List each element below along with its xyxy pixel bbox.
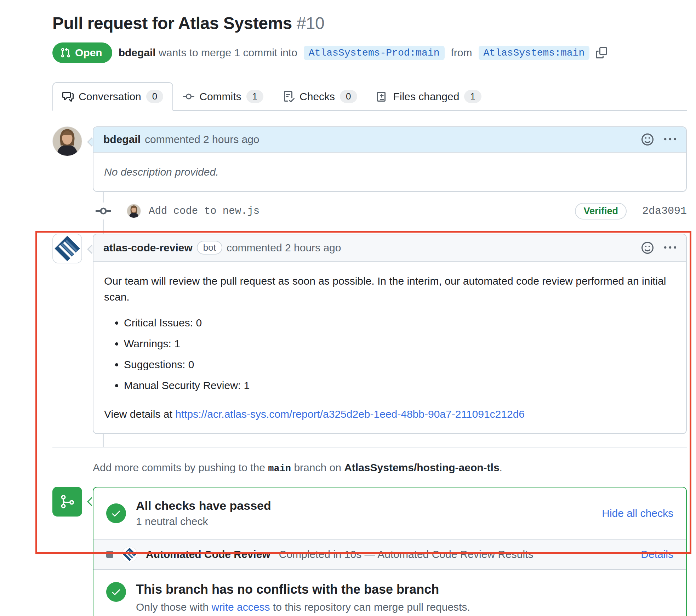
base-branch-label[interactable]: AtlasSystems-Prod:main bbox=[304, 46, 445, 60]
push-note-suffix: . bbox=[500, 462, 502, 473]
check-app-avatar bbox=[122, 547, 137, 562]
check-passed-icon bbox=[106, 503, 126, 523]
tab-commits-count: 1 bbox=[246, 90, 263, 103]
verified-badge[interactable]: Verified bbox=[575, 203, 627, 219]
tab-commits[interactable]: Commits 1 bbox=[173, 82, 273, 111]
push-note-prefix: Add more commits by pushing to the bbox=[93, 462, 268, 473]
bot-comment-intro: Our team will review the pull request as… bbox=[104, 273, 675, 305]
tab-files-changed-label: Files changed bbox=[393, 91, 460, 103]
git-commit-timeline-icon bbox=[92, 203, 115, 219]
git-branch-icon bbox=[58, 493, 76, 511]
comment-discussion-icon bbox=[62, 91, 74, 102]
comment-author-name[interactable]: bdegail bbox=[103, 133, 141, 146]
checklist-icon bbox=[283, 91, 295, 102]
view-details-prefix: View details at bbox=[104, 408, 175, 420]
commit-author-avatar[interactable] bbox=[127, 204, 141, 218]
merge-headline: This branch has no conflicts with the ba… bbox=[136, 582, 470, 597]
view-details-line: View details at https://acr.atlas-sys.co… bbox=[104, 406, 675, 422]
from-text: from bbox=[451, 47, 472, 59]
checks-headline: All checks have passed bbox=[136, 499, 271, 513]
checks-subline: 1 neutral check bbox=[136, 515, 271, 527]
push-note-middle: branch on bbox=[291, 462, 344, 473]
file-diff-icon bbox=[377, 91, 388, 102]
smiley-icon[interactable] bbox=[641, 242, 654, 254]
tab-conversation-count: 0 bbox=[146, 90, 163, 103]
pr-author[interactable]: bdegail bbox=[119, 47, 156, 58]
bot-badge: bot bbox=[197, 241, 222, 255]
author-comment-body: No description provided. bbox=[93, 153, 686, 191]
open-status-badge: Open bbox=[52, 42, 112, 63]
author-comment-header: bdegail commented 2 hours ago bbox=[93, 127, 686, 153]
pr-status-row: Open bdegail wants to merge 1 commit int… bbox=[52, 42, 687, 63]
page-title: Pull request for Atlas Systems #10 bbox=[52, 13, 687, 34]
smiley-icon[interactable] bbox=[641, 133, 654, 146]
kebab-menu-icon[interactable] bbox=[664, 133, 676, 146]
scan-result-item: Critical Issues: 0 bbox=[124, 315, 675, 331]
report-url-link[interactable]: https://acr.atlas-sys.com/report/a325d2e… bbox=[175, 408, 525, 420]
commit-row: Add code to new.js Verified 2da3091 bbox=[52, 203, 687, 219]
checks-summary: All checks have passed 1 neutral check H… bbox=[93, 487, 686, 539]
scan-result-item: Warnings: 1 bbox=[124, 336, 675, 352]
scan-result-item: Manual Security Review: 1 bbox=[124, 377, 675, 393]
comment-meta: commented 2 hours ago bbox=[145, 133, 259, 146]
tab-files-changed-count: 1 bbox=[464, 90, 481, 103]
bot-author-name[interactable]: atlas-code-review bbox=[103, 242, 193, 254]
merge-ready-text: This branch has no conflicts with the ba… bbox=[136, 582, 470, 613]
push-note: Add more commits by pushing to the main … bbox=[93, 462, 687, 474]
author-comment: bdegail commented 2 hours ago No descrip… bbox=[52, 126, 687, 192]
scan-results-list: Critical Issues: 0 Warnings: 1 Suggestio… bbox=[124, 315, 675, 393]
merge-status-icon-box bbox=[52, 487, 82, 517]
tab-checks[interactable]: Checks 0 bbox=[273, 82, 367, 111]
push-note-repo: AtlasSystems/hosting-aeon-tls bbox=[344, 462, 499, 473]
copy-icon bbox=[596, 47, 607, 58]
commit-sha[interactable]: 2da3091 bbox=[642, 205, 687, 217]
tab-checks-label: Checks bbox=[299, 91, 335, 103]
avatar-bdegail[interactable] bbox=[52, 126, 82, 156]
comment-header-actions bbox=[641, 133, 676, 146]
bot-comment-box: atlas-code-review bot commented 2 hours … bbox=[93, 234, 687, 434]
checks-panel: All checks have passed 1 neutral check H… bbox=[93, 487, 687, 616]
avatar-atlas-code-review[interactable] bbox=[52, 234, 82, 263]
bot-comment: atlas-code-review bot commented 2 hours … bbox=[52, 234, 687, 434]
tab-checks-count: 0 bbox=[340, 90, 357, 103]
bot-comment-body: Our team will review the pull request as… bbox=[93, 262, 686, 433]
pr-title-text: Pull request for Atlas Systems bbox=[52, 14, 292, 33]
bot-comment-header: atlas-code-review bot commented 2 hours … bbox=[93, 234, 686, 262]
bot-comment-meta: commented 2 hours ago bbox=[227, 242, 341, 254]
write-access-link[interactable]: write access bbox=[211, 601, 270, 613]
copy-branch-button[interactable] bbox=[596, 47, 607, 58]
conversation-thread: bdegail commented 2 hours ago No descrip… bbox=[52, 126, 687, 447]
merge-area: All checks have passed 1 neutral check H… bbox=[52, 487, 687, 616]
check-details-link[interactable]: Details bbox=[641, 548, 673, 560]
pr-tabs: Conversation 0 Commits 1 Checks 0 Files … bbox=[52, 82, 687, 111]
merge-subline-suffix: to this repository can merge pull reques… bbox=[270, 601, 470, 613]
merge-subline: Only those with write access to this rep… bbox=[136, 601, 470, 613]
check-status-text: Completed in 10s — Automated Code Review… bbox=[279, 548, 534, 560]
check-name: Automated Code Review bbox=[146, 548, 270, 560]
tab-conversation[interactable]: Conversation 0 bbox=[52, 82, 173, 111]
tab-files-changed[interactable]: Files changed 1 bbox=[367, 82, 491, 111]
no-conflicts-icon bbox=[106, 582, 126, 602]
merge-text: wants to merge 1 commit into bbox=[159, 47, 297, 58]
push-note-branch: main bbox=[268, 463, 291, 474]
checks-summary-text: All checks have passed 1 neutral check bbox=[136, 499, 271, 527]
git-pull-request-icon bbox=[60, 47, 71, 58]
merge-ready-section: This branch has no conflicts with the ba… bbox=[93, 570, 686, 616]
check-row-automated-code-review: Automated Code Review Completed in 10s —… bbox=[93, 539, 686, 570]
commit-message[interactable]: Add code to new.js bbox=[149, 205, 259, 217]
neutral-status-icon bbox=[106, 551, 113, 558]
hide-all-checks-link[interactable]: Hide all checks bbox=[602, 507, 673, 519]
merge-subline-prefix: Only those with bbox=[136, 601, 211, 613]
author-comment-box: bdegail commented 2 hours ago No descrip… bbox=[93, 126, 687, 192]
scan-result-item: Suggestions: 0 bbox=[124, 357, 675, 372]
git-commit-icon bbox=[183, 91, 194, 102]
open-status-label: Open bbox=[75, 47, 102, 59]
kebab-menu-icon[interactable] bbox=[664, 242, 676, 254]
tab-conversation-label: Conversation bbox=[79, 91, 141, 103]
bot-comment-header-actions bbox=[641, 242, 676, 254]
head-branch-label[interactable]: AtlasSystems:main bbox=[479, 46, 590, 60]
pull-request-page: Pull request for Atlas Systems #10 Open … bbox=[0, 0, 696, 616]
tab-commits-label: Commits bbox=[199, 91, 241, 103]
thread-divider bbox=[52, 447, 687, 447]
pr-number: #10 bbox=[297, 14, 325, 33]
